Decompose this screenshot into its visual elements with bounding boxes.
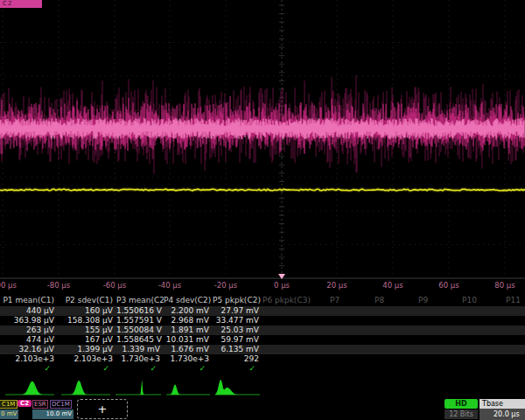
measure-value: 1.399 µV: [58, 345, 116, 354]
time-axis-label: -40 µs: [158, 281, 181, 290]
measure-column-header[interactable]: P5 pkpk(C2): [213, 296, 262, 306]
measure-value: 1.550084 V: [116, 326, 164, 335]
measure-value: 1.730e+3: [116, 354, 164, 364]
time-axis-label: -60 µs: [103, 281, 126, 290]
time-axis-label: 0 µs: [274, 281, 290, 290]
histicon-row: [0, 376, 525, 397]
measure-value: 1.558645 V: [116, 335, 164, 345]
time-axis: -100 µs-80 µs-60 µs-40 µs-20 µs0 µs20 µs…: [0, 279, 525, 291]
measure-value: 2.968 mV: [164, 316, 213, 326]
time-axis-label: 60 µs: [438, 281, 458, 290]
measure-value: 2.200 mV: [164, 306, 213, 316]
timebase-descriptor-value[interactable]: 20.0 µs: [480, 409, 525, 420]
measure-column-header[interactable]: P4 sdev(C2): [164, 296, 213, 306]
hd-mode-badge[interactable]: HD: [444, 399, 478, 409]
trace-tag: C2: [0, 0, 42, 8]
measure-column-header[interactable]: P2 sdev(C1): [58, 296, 116, 306]
measure-value: 1.550616 V: [116, 306, 164, 316]
time-axis-label: 20 µs: [326, 281, 346, 290]
c2-descriptor-value[interactable]: 10.0 mV: [32, 410, 74, 419]
measure-value: 440 µV: [0, 306, 58, 316]
oscilloscope-screen: C2 -100 µs-80 µs-60 µs-40 µs-20 µs0 µs20…: [0, 0, 525, 420]
measure-value: 158.308 µV: [58, 316, 116, 326]
measure-column-header-unused[interactable]: P7: [330, 296, 340, 304]
measure-column-header-unused[interactable]: P6 pkpk(C3): [262, 296, 311, 304]
measure-value: 10.031 mV: [164, 335, 213, 345]
hd-bits-label: 12 Bits: [444, 410, 478, 419]
measure-value: 1.339 mV: [116, 345, 164, 354]
measure-column-header-unused[interactable]: P11: [506, 296, 521, 304]
measure-table-row: 440 µV160 µV1.550616 V2.200 mV27.97 mV: [0, 306, 525, 316]
measure-value: 59.97 mV: [213, 335, 262, 345]
parameter-histicon[interactable]: [215, 380, 260, 395]
measure-column-header[interactable]: P3 mean(C2): [116, 296, 164, 306]
measure-table-row: 263 µV155 µV1.550084 V1.891 mV25.03 mV: [0, 326, 525, 335]
bottom-bar: C1M 0 mV C2 ESR DC1M 10.0 mV + HD 12 Bit…: [0, 397, 525, 420]
measure-table-row: 32.16 µV1.399 µV1.339 mV1.676 mV6.135 mV: [0, 345, 525, 354]
status-check-icon: ✓: [164, 364, 213, 374]
c2-coupling-badge: DC1M: [50, 400, 72, 409]
measure-column-header[interactable]: P1 mean(C1): [0, 296, 58, 306]
measure-value: 167 µV: [58, 335, 116, 345]
c1-descriptor-value[interactable]: 0 mV: [0, 410, 18, 419]
measure-status-row: ✓✓✓✓✓: [0, 364, 525, 374]
parameter-histicon[interactable]: [166, 384, 210, 395]
measure-value: 2.103e+3: [0, 354, 58, 364]
status-check-icon: ✓: [213, 364, 262, 374]
c1-coupling-badge[interactable]: C1M: [0, 400, 18, 409]
measure-table-row: 363.98 µV158.308 µV1.557591 V2.968 mV33.…: [0, 316, 525, 326]
measure-table-row: 474 µV167 µV1.558645 V10.031 mV59.97 mV: [0, 335, 525, 345]
c2-esr-badge: ESR: [32, 400, 48, 409]
measure-value: 2.103e+3: [58, 354, 116, 364]
measure-column-header-unused[interactable]: P8: [374, 296, 384, 304]
measure-value: 292: [213, 354, 262, 364]
measure-column-header-unused[interactable]: P9: [418, 296, 428, 304]
measure-value: 160 µV: [58, 306, 116, 316]
measure-value: 1.730e+3: [164, 354, 213, 364]
parameter-histicon[interactable]: [61, 381, 110, 395]
time-axis-label: 40 µs: [382, 281, 402, 290]
measure-value: 27.97 mV: [213, 306, 262, 316]
timebase-descriptor-title[interactable]: Tbase: [480, 399, 525, 409]
waveform-grid[interactable]: [0, 0, 525, 279]
measure-value: 263 µV: [0, 326, 58, 335]
measure-value: 33.477 mV: [213, 316, 262, 326]
measure-value: 363.98 µV: [0, 316, 58, 326]
measure-value: 474 µV: [0, 335, 58, 345]
measure-column-header-unused[interactable]: P10: [462, 296, 477, 304]
measure-value: 25.03 mV: [213, 326, 262, 335]
measure-value: 6.135 mV: [213, 345, 262, 354]
time-axis-label: -20 µs: [214, 281, 237, 290]
measure-table-row: 2.103e+32.103e+31.730e+31.730e+3292: [0, 354, 525, 364]
status-check-icon: ✓: [58, 364, 116, 374]
parameter-histicon[interactable]: [116, 380, 161, 395]
measure-value: 32.16 µV: [0, 345, 58, 354]
add-trace-button[interactable]: +: [77, 399, 128, 419]
status-check-icon: ✓: [116, 364, 164, 374]
parameter-histicon[interactable]: [5, 382, 54, 395]
time-axis-label: 80 µs: [494, 281, 514, 290]
measure-value: 1.891 mV: [164, 326, 213, 335]
measure-value: 155 µV: [58, 326, 116, 335]
time-axis-label: -80 µs: [47, 281, 70, 290]
c2-channel-badge[interactable]: C2: [18, 400, 32, 407]
status-check-icon: ✓: [0, 364, 58, 374]
measure-value: 1.676 mV: [164, 345, 213, 354]
measure-table: P1 mean(C1)P2 sdev(C1)P3 mean(C2)P4 sdev…: [0, 296, 525, 374]
timebase-value-text: 20.0 µs: [494, 409, 520, 420]
time-axis-label: -100 µs: [0, 281, 17, 290]
measure-value: 1.557591 V: [116, 316, 164, 326]
